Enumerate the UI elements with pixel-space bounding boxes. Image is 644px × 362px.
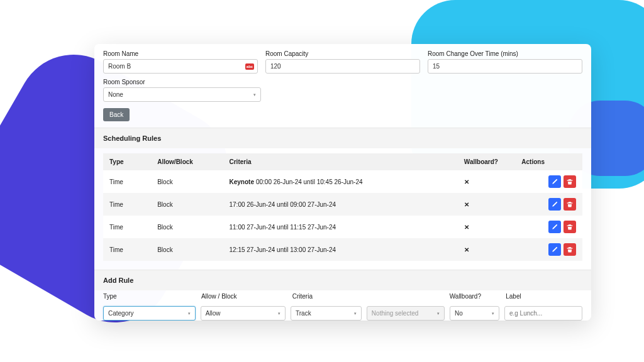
room-settings-card: Room Name abc Room Capacity Room Change … xyxy=(94,44,591,321)
add-allow-select[interactable]: Allow ▾ xyxy=(201,306,286,321)
criteria-text: 17:00 26-Jun-24 until 09:00 27-Jun-24 xyxy=(229,201,336,208)
add-criteria2-select[interactable]: Nothing selected ▾ xyxy=(367,306,445,321)
abc-badge-icon: abc xyxy=(245,63,254,70)
delete-button[interactable] xyxy=(564,221,576,233)
cell-allow: Block xyxy=(151,170,223,193)
room-capacity-group: Room Capacity xyxy=(265,50,420,74)
room-sponsor-group: Room Sponsor None ▾ xyxy=(103,79,261,102)
add-allow-value: Allow xyxy=(206,310,221,317)
room-sponsor-select[interactable]: None ▾ xyxy=(103,87,261,102)
th-actions: Actions xyxy=(515,153,582,170)
room-sponsor-label: Room Sponsor xyxy=(103,79,261,85)
cell-criteria: 12:15 27-Jun-24 until 13:00 27-Jun-24 xyxy=(223,238,457,261)
room-name-input[interactable] xyxy=(103,59,258,74)
scheduling-rules-header: Scheduling Rules xyxy=(94,128,591,148)
room-capacity-label: Room Capacity xyxy=(265,50,420,57)
add-th-label: Label xyxy=(506,293,582,300)
chevron-down-icon: ▾ xyxy=(492,311,494,316)
cell-criteria: 11:00 27-Jun-24 until 11:15 27-Jun-24 xyxy=(223,216,457,238)
th-allowblock: Allow/Block xyxy=(151,153,223,170)
chevron-down-icon: ▾ xyxy=(188,311,191,316)
cell-type: Time xyxy=(103,216,151,238)
edit-button[interactable] xyxy=(548,243,561,256)
criteria-tag: Keynote xyxy=(229,178,253,185)
room-changeover-input[interactable] xyxy=(428,59,582,74)
add-criteria2-value: Nothing selected xyxy=(372,310,419,317)
add-th-wallboard: Wallboard? xyxy=(450,293,498,300)
delete-button[interactable] xyxy=(564,198,576,211)
cell-actions xyxy=(515,238,582,261)
room-changeover-label: Room Change Over Time (mins) xyxy=(428,50,582,57)
add-th-allowblock: Allow / Block xyxy=(201,293,285,300)
edit-button[interactable] xyxy=(548,175,561,188)
add-th-type: Type xyxy=(103,293,194,300)
cell-wallboard: ✕ xyxy=(458,170,515,193)
cell-actions xyxy=(515,193,582,216)
add-wallboard-select[interactable]: No ▾ xyxy=(450,306,499,321)
cell-criteria: 17:00 26-Jun-24 until 09:00 27-Jun-24 xyxy=(223,193,457,216)
cell-allow: Block xyxy=(151,238,223,261)
add-criteria1-value: Track xyxy=(296,310,311,317)
th-wallboard: Wallboard? xyxy=(458,153,515,170)
cell-actions xyxy=(515,170,582,193)
cell-type: Time xyxy=(103,193,151,216)
cell-type: Time xyxy=(103,238,151,261)
criteria-text: 11:00 27-Jun-24 until 11:15 27-Jun-24 xyxy=(229,224,336,231)
cell-allow: Block xyxy=(151,216,223,238)
back-button[interactable]: Back xyxy=(103,108,130,121)
edit-button[interactable] xyxy=(548,198,561,211)
x-icon: ✕ xyxy=(464,224,469,231)
add-label-input[interactable] xyxy=(504,306,582,321)
cell-type: Time xyxy=(103,170,151,193)
table-row: TimeBlockKeynote00:00 26-Jun-24 until 10… xyxy=(103,170,582,193)
cell-actions xyxy=(515,216,582,238)
x-icon: ✕ xyxy=(464,246,469,253)
room-name-group: Room Name abc xyxy=(103,50,258,74)
criteria-text: 12:15 27-Jun-24 until 13:00 27-Jun-24 xyxy=(229,246,336,253)
room-changeover-group: Room Change Over Time (mins) xyxy=(428,50,582,74)
rules-table: Type Allow/Block Criteria Wallboard? Act… xyxy=(103,153,582,261)
add-th-criteria: Criteria xyxy=(292,293,442,300)
room-form: Room Name abc Room Capacity Room Change … xyxy=(94,44,591,128)
x-icon: ✕ xyxy=(464,178,469,185)
cell-wallboard: ✕ xyxy=(458,238,515,261)
criteria-text: 00:00 26-Jun-24 until 10:45 26-Jun-24 xyxy=(256,178,363,185)
add-type-select[interactable]: Category ▾ xyxy=(103,306,196,321)
room-sponsor-value: None xyxy=(108,91,123,98)
cell-allow: Block xyxy=(151,193,223,216)
room-name-label: Room Name xyxy=(103,50,258,57)
chevron-down-icon: ▾ xyxy=(437,311,440,316)
chevron-down-icon: ▾ xyxy=(253,92,256,97)
table-row: TimeBlock12:15 27-Jun-24 until 13:00 27-… xyxy=(103,238,582,261)
edit-button[interactable] xyxy=(548,221,561,233)
add-wallboard-value: No xyxy=(455,310,463,317)
add-type-value: Category xyxy=(108,310,134,317)
chevron-down-icon: ▾ xyxy=(354,311,357,316)
add-rule-header: Add Rule xyxy=(94,270,591,290)
th-criteria: Criteria xyxy=(223,153,457,170)
cell-wallboard: ✕ xyxy=(458,216,515,238)
chevron-down-icon: ▾ xyxy=(278,311,280,316)
table-row: TimeBlock17:00 26-Jun-24 until 09:00 27-… xyxy=(103,193,582,216)
delete-button[interactable] xyxy=(564,243,576,256)
add-rule-form: Category ▾ Allow ▾ Track ▾ Nothing selec… xyxy=(94,302,591,321)
cell-wallboard: ✕ xyxy=(458,193,515,216)
table-row: TimeBlock11:00 27-Jun-24 until 11:15 27-… xyxy=(103,216,582,238)
delete-button[interactable] xyxy=(564,175,576,188)
cell-criteria: Keynote00:00 26-Jun-24 until 10:45 26-Ju… xyxy=(223,170,457,193)
room-capacity-input[interactable] xyxy=(265,59,420,74)
add-criteria1-select[interactable]: Track ▾ xyxy=(291,306,362,321)
th-type: Type xyxy=(103,153,151,170)
x-icon: ✕ xyxy=(464,201,469,208)
